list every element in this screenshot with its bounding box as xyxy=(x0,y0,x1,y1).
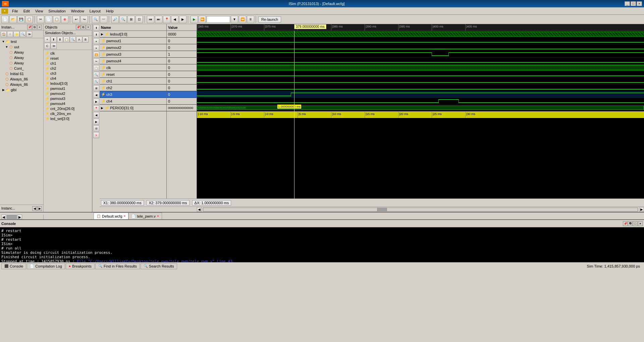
hscroll-left-btn[interactable]: ◀ xyxy=(197,207,202,212)
search-button[interactable]: 🔍 xyxy=(92,16,99,23)
close-button[interactable]: × xyxy=(637,1,642,6)
rtool-btn10[interactable]: ⊞ xyxy=(93,85,99,91)
right-nav-btn[interactable]: ▶ xyxy=(17,215,22,219)
obj-btn7[interactable]: B xyxy=(83,37,89,43)
obj-cnt20ns[interactable]: ⚡ cnt_20ns[26:0] xyxy=(44,106,91,111)
delete-button[interactable]: ⊗ xyxy=(61,16,68,23)
copy-button[interactable]: 📄 xyxy=(45,16,52,23)
menu-window[interactable]: Window xyxy=(68,8,87,14)
rtool-btn15[interactable]: ▶ xyxy=(93,119,99,125)
inst-nav-right[interactable]: ▶ xyxy=(37,206,42,211)
rtool-btn4[interactable]: ● xyxy=(93,45,99,51)
menu-layout[interactable]: Layout xyxy=(87,8,103,14)
rtool-btn17[interactable]: X xyxy=(93,132,99,138)
tree-item-uut[interactable]: ▼ ⬡ uut xyxy=(1,44,43,50)
tree-item-glbl[interactable]: ▶ 📁 glbl xyxy=(1,87,43,93)
rtool-btn12[interactable]: ▶ xyxy=(93,99,99,105)
rtool-btn6[interactable]: ✂ xyxy=(93,58,99,64)
signame-period[interactable]: ▶ ⚡ PERIOD[31:0] xyxy=(100,105,166,111)
console-file-link[interactable]: File "C:/Users/WilliamYu/Desktop/tele pw… xyxy=(77,259,232,262)
back-button[interactable]: ⏪ xyxy=(239,16,246,23)
rtool-btn5[interactable]: ⏫ xyxy=(93,52,99,58)
obj-panel-float[interactable]: ⧉ xyxy=(81,25,86,30)
signame-ch4[interactable]: ⚡ ch4 xyxy=(100,98,166,105)
obj-clk20ns[interactable]: ⚡ clk_20ns_en xyxy=(44,111,91,116)
expand-test[interactable]: ▼ xyxy=(1,40,5,44)
obj-btn3[interactable]: ⬇ xyxy=(57,37,63,43)
obj-btn4[interactable]: 📋 xyxy=(63,37,69,43)
cut-button[interactable]: ✂ xyxy=(37,16,44,23)
menu-view[interactable]: View xyxy=(33,8,46,14)
h-scrollbar[interactable]: ◀ ▶ xyxy=(100,207,644,212)
tree-item-cont[interactable]: ⬡ Cont_ xyxy=(1,66,43,71)
left-panel-float[interactable]: ⧉ xyxy=(32,25,37,30)
tree-item-always3[interactable]: ⬡ Alway xyxy=(1,60,43,66)
minimize-button[interactable]: _ xyxy=(625,1,630,6)
obj-btn1[interactable]: + xyxy=(44,37,50,43)
next-marker-button[interactable]: ▶ xyxy=(179,16,186,23)
obj-ch1[interactable]: ⚡ ch1 xyxy=(44,61,91,66)
inst-btn5[interactable]: ≫ xyxy=(26,31,32,37)
hscroll-right-btn[interactable]: ▶ xyxy=(639,207,644,212)
prev-marker-button[interactable]: ◀ xyxy=(171,16,178,23)
obj-btn2[interactable]: ⬆ xyxy=(51,37,57,43)
obj-btn9[interactable]: ≫ xyxy=(51,43,57,49)
run-button[interactable]: ▶ xyxy=(191,16,198,23)
rtool-btn1[interactable]: ⬆ xyxy=(93,25,99,31)
tree-item-always86a[interactable]: ⬡ Always_86 xyxy=(1,76,43,82)
obj-pwmout3[interactable]: ⚡ pwmout3 xyxy=(44,96,91,101)
obj-reset[interactable]: ⚡ reset xyxy=(44,56,91,61)
tree-item-always1[interactable]: ⬡ Alway xyxy=(1,50,43,55)
hscroll-thumb[interactable] xyxy=(377,208,387,211)
signame-ch2[interactable]: ⚡ ch2 xyxy=(100,84,166,91)
waveform-display[interactable]: 00000000000000000000000000010100 1.00000… xyxy=(197,31,644,198)
step-button[interactable]: ⏩ xyxy=(199,16,206,23)
signame-ch1[interactable]: ⚡ ch1 xyxy=(100,78,166,84)
new-button[interactable]: 📄 xyxy=(1,16,9,23)
rtool-btn11[interactable]: ◀ xyxy=(93,92,99,98)
wave-button[interactable]: 〰 xyxy=(100,16,107,23)
signame-pwmout2[interactable]: ⚡ pwmout2 xyxy=(100,44,166,51)
menu-edit[interactable]: Edit xyxy=(21,8,33,14)
console-content[interactable]: # restart ISim> # restart ISim> # run al… xyxy=(0,227,644,262)
tab-default-wcfg[interactable]: 📋 Default.wcfg × xyxy=(94,213,128,219)
inst-nav-left[interactable]: ◀ xyxy=(32,206,37,211)
menu-simulation[interactable]: Simulation xyxy=(46,8,68,14)
rtool-btn8[interactable]: 🔍 xyxy=(93,72,99,78)
signame-reset[interactable]: ⚡ reset xyxy=(100,71,166,78)
obj-ch2[interactable]: ⚡ ch2 xyxy=(44,66,91,71)
tab-close-default[interactable]: × xyxy=(124,214,126,218)
left-nav-btn[interactable]: ◀ xyxy=(1,215,6,219)
obj-ledset[interactable]: ⚡ led_set[3:0] xyxy=(44,116,91,121)
expand-ledout[interactable]: ▶ xyxy=(101,33,103,36)
obj-clk[interactable]: ⚡ clk xyxy=(44,51,91,56)
signame-ledout[interactable]: ▶ ⚡ ledout[3:0] xyxy=(100,31,166,38)
console-pin[interactable]: 📌 xyxy=(623,221,628,226)
open-button[interactable]: 📂 xyxy=(9,16,17,23)
obj-pwmout2[interactable]: ⚡ pwmout2 xyxy=(44,91,91,96)
left-panel-pin[interactable]: 📌 xyxy=(27,25,32,30)
obj-pwmout4[interactable]: ⚡ pwmout4 xyxy=(44,101,91,106)
paste-button[interactable]: 📋 xyxy=(53,16,60,23)
signame-pwmout3[interactable]: ⚡ pwmout3 xyxy=(100,51,166,58)
signame-ch3[interactable]: ⚡ ch3 xyxy=(100,91,166,98)
bottom-tab-breakpoints[interactable]: ● Breakpoints xyxy=(66,263,95,269)
menu-help[interactable]: Help xyxy=(103,8,116,14)
rtool-btn14[interactable]: ◀ xyxy=(93,112,99,118)
inst-btn3[interactable]: ⭐ xyxy=(13,31,19,37)
signame-pwmout1[interactable]: ⚡ pwmout1 xyxy=(100,38,166,44)
time-unit-dropdown[interactable]: ▼ xyxy=(231,16,238,23)
zoom-full-button[interactable]: ⊡ xyxy=(136,16,143,23)
left-panel-close[interactable]: × xyxy=(37,25,42,30)
rtool-btn3[interactable]: ● xyxy=(93,38,99,44)
rtool-btn16[interactable]: ⊟ xyxy=(93,125,99,131)
obj-ch4[interactable]: ⚡ ch4 xyxy=(44,76,91,81)
tree-item-initial61[interactable]: ⬡ Initial 61 xyxy=(1,71,43,76)
zoom-out-button[interactable]: 🔍 xyxy=(119,16,127,23)
rtool-btn13[interactable]: 📍 xyxy=(93,105,99,111)
expand-uut[interactable]: ▼ xyxy=(5,45,9,49)
save-button[interactable]: 💾 xyxy=(17,16,25,23)
bottom-tab-compilation[interactable]: 📄 Compilation Log xyxy=(27,263,65,269)
obj-ledout[interactable]: ⚡ ledout[3:0] xyxy=(44,81,91,86)
step-fwd-button[interactable]: ⏭ xyxy=(155,16,162,23)
